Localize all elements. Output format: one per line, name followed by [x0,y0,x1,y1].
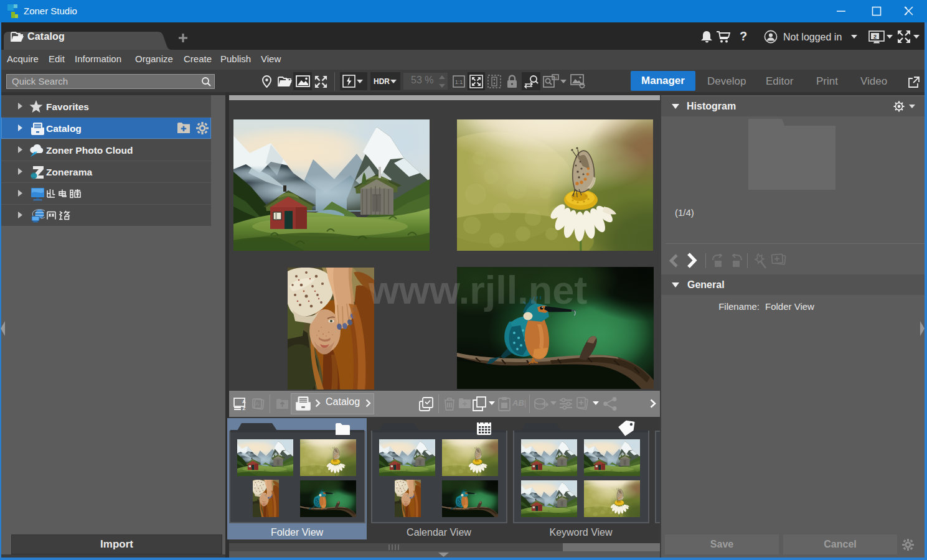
svg-text:A: A [242,399,246,404]
svg-text:Z: Z [243,406,246,411]
svg-text:1:1: 1:1 [455,79,463,85]
svg-text:A: A [255,401,259,407]
svg-text:2: 2 [873,34,877,40]
svg-text:AI: AI [553,76,557,80]
